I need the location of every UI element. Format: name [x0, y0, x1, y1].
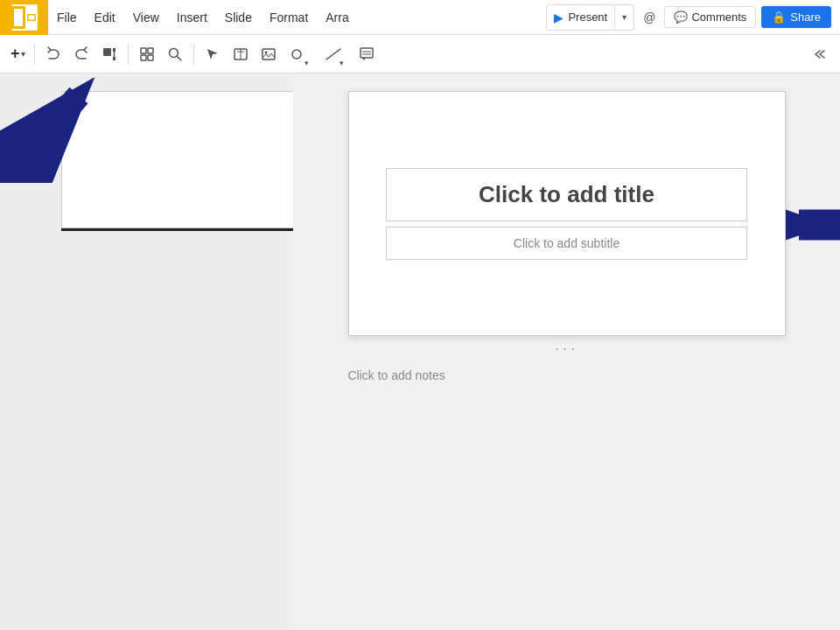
app-logo-icon [11, 4, 38, 31]
shapes-button[interactable]: ▾ [284, 41, 315, 67]
svg-point-15 [292, 50, 301, 59]
editor-area: Click to add title Click to add subtitle… [293, 74, 840, 630]
svg-rect-2 [103, 48, 111, 56]
menu-arrange[interactable]: Arra [317, 0, 357, 34]
present-main[interactable]: ▶ Present [547, 5, 614, 30]
tb-separator-3 [193, 44, 194, 65]
svg-rect-1 [28, 15, 34, 19]
top-bar: File Edit View Insert Slide Format Arra … [0, 0, 840, 35]
add-plus-icon: + [10, 45, 20, 63]
slide-thumbnail-underline [61, 228, 293, 231]
svg-line-16 [326, 49, 340, 60]
svg-line-21 [18, 95, 79, 165]
select-tool-button[interactable] [200, 41, 226, 67]
menu-bar: File Edit View Insert Slide Format Arra [48, 0, 546, 34]
tb-separator-1 [34, 44, 35, 65]
main-area: Click to add title Click to add subtitle… [0, 74, 840, 630]
subtitle-placeholder[interactable]: Click to add subtitle [386, 227, 746, 260]
svg-rect-5 [148, 48, 153, 53]
paint-format-button[interactable] [96, 41, 122, 67]
title-placeholder[interactable]: Click to add title [386, 168, 746, 221]
add-dropdown-icon: ▾ [21, 49, 25, 59]
menu-insert[interactable]: Insert [168, 0, 216, 34]
comment-button[interactable] [354, 41, 380, 67]
zoom-button[interactable] [162, 41, 188, 67]
text-box-button[interactable] [228, 41, 254, 67]
menu-view[interactable]: View [124, 0, 168, 34]
menu-file[interactable]: File [48, 0, 86, 34]
comments-icon: 💬 [674, 10, 688, 24]
at-icon[interactable]: @ [640, 7, 659, 28]
svg-rect-6 [141, 55, 146, 60]
app-logo[interactable] [0, 0, 48, 35]
redo-button[interactable] [68, 41, 94, 67]
svg-rect-17 [360, 48, 373, 58]
tb-separator-2 [128, 44, 129, 65]
share-label: Share [790, 10, 821, 24]
menu-slide[interactable]: Slide [216, 0, 261, 34]
arrow-right-indicator [786, 199, 841, 251]
slide-canvas-wrapper: Click to add title Click to add subtitle… [348, 91, 786, 358]
share-button[interactable]: 🔒 Share [761, 6, 831, 28]
menu-edit[interactable]: Edit [86, 0, 124, 34]
comments-button[interactable]: 💬 Comments [664, 6, 756, 28]
line-button[interactable]: ▾ [317, 41, 352, 67]
present-dropdown-arrow[interactable]: ▾ [614, 5, 634, 30]
svg-point-14 [264, 51, 267, 53]
arrow-top-left-indicator [0, 78, 105, 183]
add-button[interactable]: + ▾ [7, 41, 29, 67]
slide-canvas: Click to add title Click to add subtitle [348, 91, 786, 336]
svg-rect-7 [148, 55, 153, 60]
menu-format[interactable]: Format [261, 0, 317, 34]
notes-area[interactable]: Click to add notes [348, 363, 786, 388]
svg-line-9 [177, 56, 181, 60]
right-controls: ▶ Present ▾ @ 💬 Comments 🔒 Share [546, 4, 840, 31]
present-button[interactable]: ▶ Present ▾ [546, 4, 634, 31]
slide-dots: ··· [348, 340, 786, 358]
lock-icon: 🔒 [772, 10, 786, 24]
image-button[interactable] [256, 41, 282, 67]
collapse-sidebar-button[interactable] [807, 41, 833, 67]
svg-rect-13 [262, 49, 275, 60]
svg-rect-3 [113, 57, 116, 60]
undo-button[interactable] [40, 41, 66, 67]
present-label: Present [568, 10, 607, 24]
slide-panel [0, 74, 293, 630]
zoom-to-fit-button[interactable] [134, 41, 160, 67]
play-icon: ▶ [554, 10, 564, 24]
svg-rect-4 [141, 48, 146, 53]
toolbar: + ▾ [0, 35, 840, 74]
comments-label: Comments [691, 10, 746, 24]
